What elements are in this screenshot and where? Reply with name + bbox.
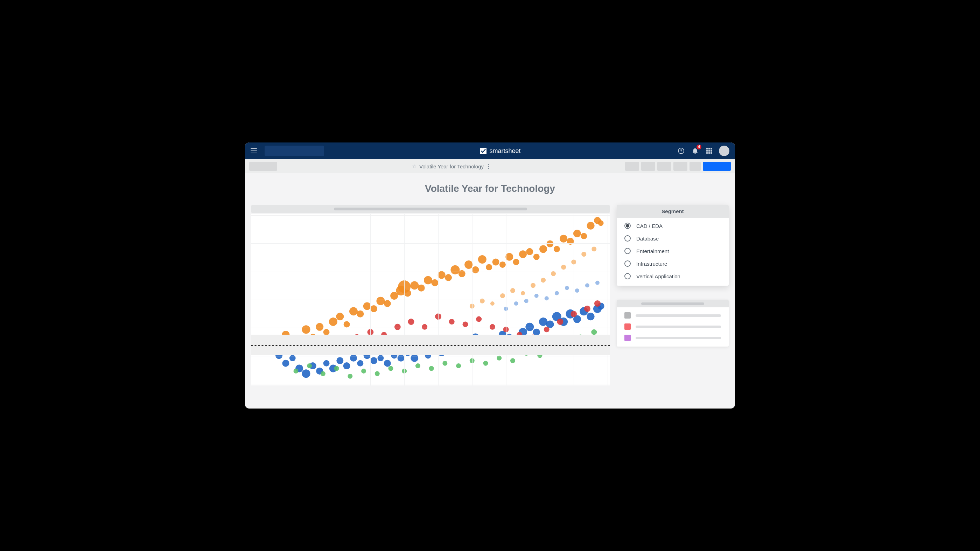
svg-point-46	[554, 246, 560, 252]
legend-swatch	[624, 334, 631, 341]
svg-point-158	[361, 369, 366, 374]
legend-swatch	[624, 323, 631, 330]
notifications-icon[interactable]: 4	[691, 147, 699, 155]
legend-label-placeholder	[636, 337, 721, 339]
svg-point-83	[384, 360, 391, 367]
chart-area[interactable]	[251, 214, 610, 385]
segment-option[interactable]: CAD / EDA	[624, 223, 721, 229]
svg-point-36	[486, 264, 492, 270]
svg-point-45	[546, 240, 554, 247]
svg-point-33	[465, 260, 473, 269]
legend-rows	[617, 307, 729, 341]
svg-point-152	[594, 300, 601, 307]
topbar: smartsheet ? 4	[245, 142, 735, 159]
svg-point-143	[476, 317, 482, 322]
legend-header-placeholder	[617, 299, 729, 307]
svg-point-139	[422, 324, 427, 330]
svg-point-104	[525, 323, 534, 331]
svg-point-122	[535, 294, 539, 298]
breadcrumb-placeholder[interactable]	[249, 162, 277, 171]
segment-filter-card: Segment CAD / EDADatabaseEntertainmentIn…	[617, 205, 729, 286]
toolbar-action-5[interactable]	[703, 162, 731, 171]
svg-point-18	[370, 305, 377, 312]
toolbar-action-2[interactable]	[657, 162, 671, 171]
radio-icon	[624, 223, 631, 229]
svg-point-35	[478, 255, 487, 264]
chart-header-placeholder	[251, 205, 610, 213]
svg-point-43	[533, 254, 540, 260]
segment-option-label: CAD / EDA	[636, 223, 663, 229]
svg-point-42	[526, 248, 533, 255]
dashboard-row: Segment CAD / EDADatabaseEntertainmentIn…	[251, 205, 729, 385]
segment-filter-options: CAD / EDADatabaseEntertainmentInfrastruc…	[617, 218, 729, 286]
document-title-area: ☆ Volatile Year for Technology	[280, 163, 622, 169]
svg-point-175	[591, 330, 597, 335]
svg-point-3	[694, 153, 695, 154]
svg-point-79	[357, 360, 363, 366]
legend-card	[617, 299, 729, 347]
legend-swatch	[624, 312, 631, 318]
segment-filter-title: Segment	[617, 205, 729, 218]
segment-option[interactable]: Database	[624, 235, 721, 242]
svg-point-160	[388, 366, 393, 371]
svg-point-39	[505, 253, 513, 261]
toolbar-action-1[interactable]	[641, 162, 655, 171]
svg-point-53	[598, 220, 604, 226]
topbar-right: ? 4	[677, 146, 729, 156]
chart-panel	[251, 205, 610, 385]
menu-button[interactable]	[251, 147, 259, 155]
svg-point-29	[438, 271, 445, 279]
svg-point-51	[587, 222, 595, 229]
segment-option[interactable]: Vertical Application	[624, 273, 721, 279]
svg-point-106	[539, 317, 547, 326]
svg-point-12	[329, 317, 337, 326]
toolbar-action-0[interactable]	[625, 162, 639, 171]
svg-point-25	[410, 281, 418, 290]
svg-point-66	[592, 247, 597, 252]
svg-point-57	[500, 293, 505, 298]
svg-point-163	[429, 366, 434, 371]
brand: smartsheet	[324, 147, 677, 155]
legend-row	[617, 307, 729, 318]
svg-point-127	[585, 283, 589, 287]
svg-point-58	[510, 288, 515, 293]
svg-point-38	[500, 261, 506, 268]
svg-point-26	[418, 285, 425, 291]
document-menu-icon[interactable]	[487, 164, 490, 169]
apps-icon[interactable]	[705, 147, 713, 155]
svg-point-47	[560, 235, 567, 243]
user-avatar[interactable]	[719, 146, 729, 156]
svg-point-30	[445, 274, 452, 281]
svg-point-71	[302, 369, 310, 378]
subbar-actions	[625, 162, 731, 171]
svg-point-20	[384, 300, 391, 307]
segment-option[interactable]: Infrastructure	[624, 260, 721, 267]
segment-option-label: Database	[636, 236, 659, 242]
svg-point-142	[462, 322, 468, 327]
brand-logo-icon	[480, 148, 487, 154]
radio-icon	[624, 248, 631, 254]
svg-point-68	[282, 360, 289, 367]
favorite-star-icon[interactable]: ☆	[412, 163, 417, 169]
svg-point-154	[307, 363, 312, 368]
svg-point-62	[551, 271, 556, 276]
svg-point-149	[557, 318, 563, 325]
help-icon[interactable]: ?	[677, 147, 685, 155]
search-input[interactable]	[265, 146, 324, 156]
notification-badge: 4	[697, 145, 702, 150]
segment-option[interactable]: Entertainment	[624, 248, 721, 254]
toolbar-action-3[interactable]	[673, 162, 687, 171]
svg-point-65	[581, 252, 586, 256]
legend-label-placeholder	[636, 326, 721, 328]
svg-point-27	[424, 276, 432, 284]
svg-point-153	[293, 369, 298, 374]
svg-point-63	[561, 264, 566, 269]
svg-point-28	[431, 279, 438, 287]
toolbar-action-4[interactable]	[689, 162, 701, 171]
radio-icon	[624, 260, 631, 267]
svg-point-55	[480, 299, 485, 304]
svg-point-74	[323, 360, 330, 366]
svg-point-162	[415, 363, 420, 368]
svg-point-167	[484, 361, 488, 366]
svg-point-155	[321, 371, 326, 376]
